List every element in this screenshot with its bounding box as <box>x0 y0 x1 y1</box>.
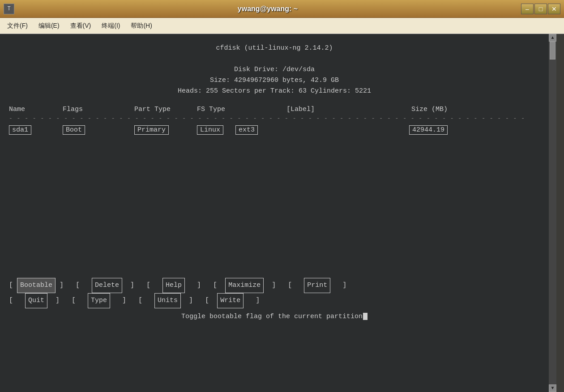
disk-geometry-info: Heads: 255 Sectors per Track: 63 Cylinde… <box>9 86 540 97</box>
partition-size-box: 42944.19 <box>409 125 448 135</box>
window-controls: – □ ✕ <box>521 4 560 14</box>
col-name: Name <box>9 106 63 113</box>
menu-sep-8: ] [ <box>181 294 217 307</box>
partition-fstype: Linux ext3 <box>197 125 286 135</box>
menu-sep-3: ] [ <box>185 279 225 292</box>
col-label: [Label] <box>286 106 385 113</box>
cfdisk-title: cfdisk (util-linux-ng 2.14.2) <box>9 43 540 54</box>
menu-delete[interactable]: Delete <box>92 278 122 293</box>
menu-units[interactable]: Units <box>154 293 181 308</box>
col-parttype: Part Type <box>134 106 197 113</box>
window-icon: T <box>4 4 14 14</box>
status-bar: Toggle bootable flag of the current part… <box>9 313 540 320</box>
partition-type: Primary <box>134 125 197 135</box>
close-button[interactable]: ✕ <box>548 4 560 14</box>
partition-row-sda1: sda1 Boot Primary Linux ext3 42944.19 <box>9 125 540 135</box>
maximize-button[interactable]: □ <box>534 4 547 14</box>
menu-row-2: [ Quit ] [ Type ] [ Units ] [ Write ] <box>9 293 540 308</box>
menu-row-1: [ Bootable ] [ Delete ] [ Help ] [ Maxim… <box>9 278 540 293</box>
partition-name: sda1 <box>9 125 63 135</box>
menu-terminal[interactable]: 终端(I) <box>96 20 125 32</box>
partition-flags-box: Boot <box>63 125 85 135</box>
scrollbar-track[interactable] <box>549 42 556 384</box>
menu-bootable[interactable]: Bootable <box>17 278 56 293</box>
menu-view[interactable]: 查看(V) <box>65 20 97 32</box>
title-bar: T ywang@ywang: ~ – □ ✕ <box>0 0 564 18</box>
col-size: Size (MB) <box>385 106 448 113</box>
bracket-open-q: [ <box>9 294 25 307</box>
scrollbar-thumb[interactable] <box>550 42 555 60</box>
terminal-content: cfdisk (util-linux-ng 2.14.2) Disk Drive… <box>0 34 549 392</box>
menu-sep-5: ] <box>330 279 346 292</box>
menu-help[interactable]: 帮助(H) <box>125 20 157 32</box>
cursor <box>363 313 367 320</box>
scroll-up-button[interactable]: ▲ <box>549 34 556 42</box>
window-title: ywang@ywang: ~ <box>14 5 521 13</box>
terminal-window[interactable]: cfdisk (util-linux-ng 2.14.2) Disk Drive… <box>0 34 556 392</box>
table-divider: - - - - - - - - - - - - - - - - - - - - … <box>9 115 540 122</box>
menu-print[interactable]: Print <box>304 278 330 293</box>
partition-size: 42944.19 <box>385 125 448 135</box>
partition-fstype2-box: ext3 <box>235 125 258 135</box>
menu-quit[interactable]: Quit <box>25 293 47 308</box>
partition-fstype1-box: Linux <box>197 125 223 135</box>
col-flags: Flags <box>63 106 134 113</box>
disk-size-info: Size: 42949672960 bytes, 42.9 GB <box>9 75 540 86</box>
menu-sep-9: ] <box>244 294 260 307</box>
menu-sep-4: ] [ <box>264 279 304 292</box>
col-fstype: FS Type <box>197 106 286 113</box>
disk-drive-info: Disk Drive: /dev/sda <box>9 64 540 75</box>
partition-name-box: sda1 <box>9 125 31 135</box>
minimize-button[interactable]: – <box>521 4 534 14</box>
menu-sep-2: ] [ <box>122 279 162 292</box>
menu-sep-1: [ <box>64 279 92 292</box>
scrollbar[interactable]: ▲ ▼ <box>549 34 556 392</box>
bracket-open-1: [ <box>9 279 17 292</box>
partition-type-box: Primary <box>134 125 169 135</box>
menu-help[interactable]: Help <box>162 278 185 293</box>
menu-file[interactable]: 文件(F) <box>2 20 33 32</box>
menu-write[interactable]: Write <box>217 293 244 308</box>
menu-edit[interactable]: 编辑(E) <box>33 20 65 32</box>
menu-sep-6: ] [ <box>47 294 88 307</box>
bottom-menu: [ Bootable ] [ Delete ] [ Help ] [ Maxim… <box>9 278 540 308</box>
partition-table-header: Name Flags Part Type FS Type [Label] Siz… <box>9 106 540 115</box>
menu-type[interactable]: Type <box>88 293 110 308</box>
menu-bar: 文件(F) 编辑(E) 查看(V) 终端(I) 帮助(H) <box>0 18 564 34</box>
bracket-close-1: ] <box>56 279 64 292</box>
scroll-down-button[interactable]: ▼ <box>549 384 556 392</box>
status-text: Toggle bootable flag of the current part… <box>181 313 363 320</box>
menu-maximize[interactable]: Maximize <box>225 278 264 293</box>
cfdisk-header: cfdisk (util-linux-ng 2.14.2) Disk Drive… <box>9 43 540 97</box>
menu-sep-7: ] [ <box>110 294 154 307</box>
partition-flags: Boot <box>63 125 134 135</box>
